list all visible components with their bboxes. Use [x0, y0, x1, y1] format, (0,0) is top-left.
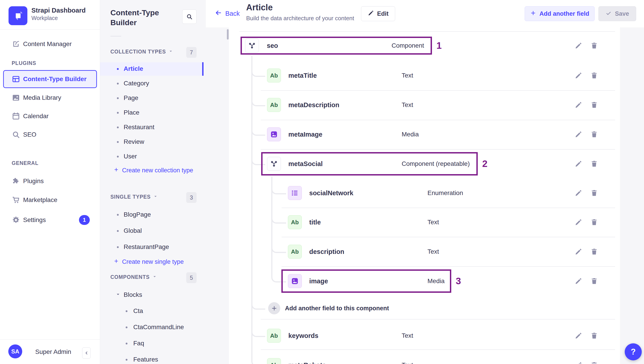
puzzle-icon [12, 177, 20, 185]
brand-title: Strapi Dashboard [32, 7, 86, 14]
bullet-icon [126, 359, 128, 361]
pencil-icon [575, 218, 582, 226]
gear-icon-wrap [12, 216, 20, 224]
delete-field-button[interactable] [589, 129, 599, 139]
add-field-to-component-button[interactable] [268, 302, 280, 314]
pencil-icon [575, 189, 582, 197]
sidebar-item-content-manager[interactable]: Content Manager [0, 37, 100, 51]
pencil-icon [575, 361, 582, 364]
scrollbar-thumb[interactable] [227, 29, 229, 40]
tree-elbow [251, 97, 265, 106]
bullet-icon [117, 126, 119, 128]
image-icon-wrap [12, 93, 20, 102]
subnav-action-create-new-collection-type[interactable]: Create new collection type [114, 167, 193, 174]
plus-icon [530, 10, 536, 18]
sidebar-item-label: Content Manager [23, 41, 72, 48]
delete-field-button[interactable] [589, 41, 599, 51]
delete-field-button[interactable] [589, 247, 599, 257]
field-type-label: Text [402, 361, 413, 364]
save-button[interactable]: Save [598, 6, 636, 21]
delete-field-button[interactable] [589, 360, 599, 364]
edit-field-button[interactable] [574, 360, 584, 364]
trash-icon [590, 42, 598, 49]
delete-field-button[interactable] [589, 331, 599, 341]
add-another-field-button[interactable]: Add another field [524, 6, 595, 21]
subnav-section-header-components[interactable]: COMPONENTS [110, 274, 157, 280]
subnav-group-blocks[interactable]: Blocks [116, 291, 142, 298]
back-link[interactable]: Back [214, 9, 240, 18]
help-button[interactable]: ? [625, 343, 642, 360]
subnav-item-label: CtaCommandLine [133, 323, 184, 331]
edit-field-button[interactable] [574, 276, 584, 286]
subnav-item-label: Restaurant [124, 124, 154, 131]
pen-icon-wrap [12, 40, 20, 48]
caret-down-icon [152, 274, 157, 279]
sidebar-item-plugins[interactable]: Plugins [0, 174, 100, 188]
field-type-label: Text [428, 219, 439, 226]
bullet-icon [117, 68, 119, 70]
gear-icon [12, 216, 20, 224]
subnav-item-label: Page [124, 94, 138, 102]
delete-field-button[interactable] [589, 159, 599, 169]
plus-icon [114, 258, 119, 265]
sidebar-item-media-library[interactable]: Media Library [0, 91, 100, 105]
edit-field-button[interactable] [574, 331, 584, 341]
edit-field-button[interactable] [574, 129, 584, 139]
page-title: Article [246, 3, 273, 12]
delete-field-button[interactable] [589, 276, 599, 286]
subnav-item-label: Faq [133, 340, 144, 347]
sidebar-divider [0, 339, 100, 339]
trash-icon [590, 101, 598, 109]
subnav-item-label: RestaurantPage [124, 243, 169, 251]
sidebar-item-marketplace[interactable]: Marketplace [0, 193, 100, 207]
delete-field-button[interactable] [589, 100, 599, 110]
search-button[interactable] [182, 10, 196, 24]
sidebar-collapse-button[interactable] [82, 347, 91, 358]
image-icon [12, 93, 20, 102]
edit-field-button[interactable] [574, 247, 584, 257]
chevron-down-icon [152, 274, 157, 280]
subnav-action-create-new-single-type[interactable]: Create new single type [114, 258, 184, 265]
subnav-section-header-single-types[interactable]: SINGLE TYPES [110, 194, 158, 200]
add-field-to-component-label[interactable]: Add another field to this component [285, 305, 389, 312]
caret-down-icon [153, 194, 158, 199]
tree-elbow [271, 244, 286, 253]
avatar: SA [8, 344, 22, 358]
edit-field-button[interactable] [574, 100, 584, 110]
edit-field-button[interactable] [574, 159, 584, 169]
brand-subtitle: Workplace [32, 15, 58, 21]
chevron-down-icon [153, 194, 158, 200]
edit-field-button[interactable] [574, 217, 584, 227]
puzzle-icon-wrap [12, 177, 20, 185]
pencil-icon [575, 277, 582, 285]
edit-field-button[interactable] [574, 71, 584, 80]
edit-button[interactable]: Edit [361, 6, 395, 21]
delete-field-button[interactable] [589, 71, 599, 80]
subnav-title: Content-Type Builder [110, 8, 180, 27]
edit-field-button[interactable] [574, 41, 584, 51]
subnav-item-label: Category [124, 80, 149, 87]
subnav-count-badge: 3 [186, 192, 196, 203]
tree-elbow [251, 357, 265, 364]
section-header-plugins: PLUGINS [12, 60, 36, 66]
subnav-section-header-collection-types[interactable]: COLLECTION TYPES [110, 49, 173, 55]
delete-field-button[interactable] [589, 217, 599, 227]
bullet-icon [117, 141, 119, 143]
sidebar-item-calendar[interactable]: Calendar [0, 109, 100, 123]
sidebar-item-settings[interactable]: Settings1 [0, 213, 100, 227]
subnav-item-label: Article [124, 65, 143, 72]
plus-icon [530, 10, 536, 16]
annotation-number-3: 3 [456, 276, 461, 286]
edit-field-button[interactable] [574, 188, 584, 198]
sidebar-item-content-type-builder[interactable]: Content-Type Builder [0, 72, 100, 86]
field-name: keywords [288, 332, 318, 339]
delete-field-button[interactable] [589, 188, 599, 198]
field-type-enum-icon [288, 186, 302, 200]
row-divider [282, 237, 615, 237]
pencil-icon [575, 160, 582, 168]
field-name: metaRobots [288, 361, 326, 364]
subnav-action-label: Create new collection type [122, 167, 193, 174]
user-name: Super Admin [35, 348, 71, 355]
pencil-icon [575, 42, 582, 49]
sidebar-item-seo[interactable]: SEO [0, 127, 100, 142]
